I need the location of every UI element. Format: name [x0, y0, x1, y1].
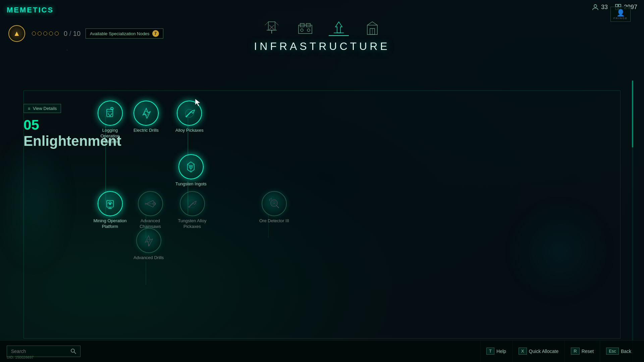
- category-tabs: [260, 18, 384, 38]
- node-adrills-circle: [136, 228, 161, 253]
- svg-point-42: [144, 111, 148, 115]
- spec-dot-3: [43, 32, 47, 36]
- spec-nodes-count: 7: [152, 30, 159, 37]
- node-mining-label: Mining Operation Platform: [93, 218, 127, 230]
- enlightenment-text: Enlightenment: [23, 133, 121, 149]
- node-advanced-chainsaws[interactable]: Advanced Chainsaws: [133, 191, 167, 230]
- svg-point-47: [109, 203, 111, 205]
- back-button[interactable]: Esc Back: [600, 340, 637, 362]
- node-logging-circle: [98, 101, 123, 126]
- category-tab-3[interactable]: [327, 18, 351, 38]
- category-tab-4[interactable]: [361, 18, 384, 38]
- spec-dot-4: [49, 32, 53, 36]
- back-label: Back: [621, 349, 631, 354]
- node-detector-circle: [262, 191, 287, 216]
- quick-allocate-key: X: [519, 348, 527, 355]
- help-key: T: [486, 348, 494, 355]
- svg-point-12: [594, 5, 597, 7]
- scrollbar[interactable]: [631, 54, 634, 339]
- game-title: MEMETICS: [7, 6, 54, 14]
- bottom-actions: T Help X Quick Allocate R Reset Esc Back: [480, 340, 637, 362]
- reset-key: R: [571, 348, 579, 355]
- node-tungsten-label: Tungsten Ingots: [175, 181, 207, 187]
- spec-dots: [32, 32, 59, 36]
- node-tungsten-alloy[interactable]: Tungsten Alloy Pickaxes: [175, 191, 209, 230]
- cat-underline-4: [362, 35, 382, 36]
- node-ore-detector[interactable]: Ore Detector III: [259, 191, 289, 224]
- header: MEMETICS: [0, 0, 644, 20]
- node-electric-circle: [133, 101, 159, 126]
- spec-dot-2: [38, 32, 42, 36]
- cat-underline-2: [295, 35, 315, 36]
- spec-dot-5: [55, 32, 59, 36]
- spec-dot-1: [32, 32, 36, 36]
- node-detector-label: Ore Detector III: [259, 218, 289, 224]
- workers-icon: [592, 3, 599, 11]
- svg-point-26: [301, 29, 303, 32]
- quick-allocate-button[interactable]: X Quick Allocate: [512, 340, 565, 362]
- spec-arrow-inner: ▲: [8, 25, 25, 42]
- node-tungsten-ingots[interactable]: Tungsten Ingots: [175, 154, 207, 187]
- help-button[interactable]: T Help: [480, 340, 512, 362]
- uid-label: UID: 150026697: [7, 355, 34, 359]
- node-tungsten-circle: [178, 154, 204, 179]
- node-chainsaws-circle: [138, 191, 163, 216]
- node-alloy-label: Alloy Pickaxes: [175, 128, 204, 133]
- svg-rect-18: [268, 22, 275, 30]
- cat-icon-1: [263, 20, 280, 35]
- node-mining-op[interactable]: Mining Operation Platform: [93, 191, 127, 230]
- cat-icon-2: [297, 20, 314, 35]
- svg-rect-14: [615, 4, 618, 7]
- cat-icon-3: [330, 20, 347, 35]
- node-adrills-label: Advanced Drills: [133, 255, 164, 261]
- node-alloy2-label: Tungsten Alloy Pickaxes: [175, 218, 209, 230]
- category-tab-2[interactable]: [293, 18, 317, 38]
- back-key: Esc: [606, 348, 619, 355]
- fringe-logo: 👤 FRINGE: [610, 7, 631, 22]
- svg-point-27: [307, 29, 310, 32]
- view-details-button[interactable]: ≡ View Details: [23, 104, 61, 113]
- svg-line-56: [276, 205, 279, 208]
- cat-underline-3: [329, 35, 349, 36]
- svg-point-55: [273, 202, 275, 204]
- spec-current: 0: [64, 30, 67, 37]
- cat-icon-4: [364, 20, 381, 35]
- view-details-label: View Details: [33, 106, 57, 111]
- node-alloy-pickaxes[interactable]: Alloy Pickaxes: [175, 101, 204, 133]
- svg-rect-15: [619, 4, 621, 7]
- help-label: Help: [496, 349, 506, 354]
- bottom-bar: UID: 150026697 T Help X Quick Allocate R…: [0, 340, 644, 362]
- main-content: INFRASTRUCTURE Logging Operati: [23, 40, 621, 339]
- cat-underline-1: [262, 35, 282, 36]
- fringe-label: FRINGE: [613, 17, 628, 20]
- spec-count: 0 / 10: [64, 30, 80, 38]
- scrollbar-track: [632, 80, 633, 362]
- svg-point-45: [189, 165, 193, 169]
- spec-nodes-label: Available Specialization Nodes: [90, 31, 150, 36]
- node-advanced-drills[interactable]: Advanced Drills: [133, 228, 164, 261]
- reset-label: Reset: [582, 349, 594, 354]
- node-mining-circle: [98, 191, 123, 216]
- svg-line-59: [74, 352, 76, 354]
- workers-value: 33: [601, 4, 608, 11]
- quick-allocate-label: Quick Allocate: [529, 349, 559, 354]
- search-input[interactable]: [11, 349, 68, 354]
- reset-button[interactable]: R Reset: [565, 340, 600, 362]
- scrollbar-thumb: [632, 80, 633, 147]
- svg-point-57: [147, 239, 150, 242]
- enlightenment-number: 05: [23, 117, 39, 133]
- stat-workers: 33: [592, 3, 608, 11]
- spec-nodes-box: Available Specialization Nodes 7: [86, 28, 163, 39]
- enlightenment-display: 05 Enlightenment: [23, 117, 97, 149]
- category-tab-1[interactable]: [260, 18, 283, 38]
- spec-max: 10: [73, 30, 80, 37]
- node-electric-label: Electric Drills: [133, 128, 159, 133]
- node-electric-drills[interactable]: Electric Drills: [133, 101, 159, 133]
- left-panel: ≡ View Details 05 Enlightenment: [23, 104, 97, 149]
- search-icon: [71, 349, 76, 354]
- node-alloy-circle: [177, 101, 202, 126]
- node-alloy2-circle: [180, 191, 205, 216]
- section-title: INFRASTRUCTURE: [23, 40, 621, 53]
- header-stats: 33 2997 👤 FRINGE: [592, 3, 637, 11]
- view-details-icon: ≡: [28, 106, 30, 111]
